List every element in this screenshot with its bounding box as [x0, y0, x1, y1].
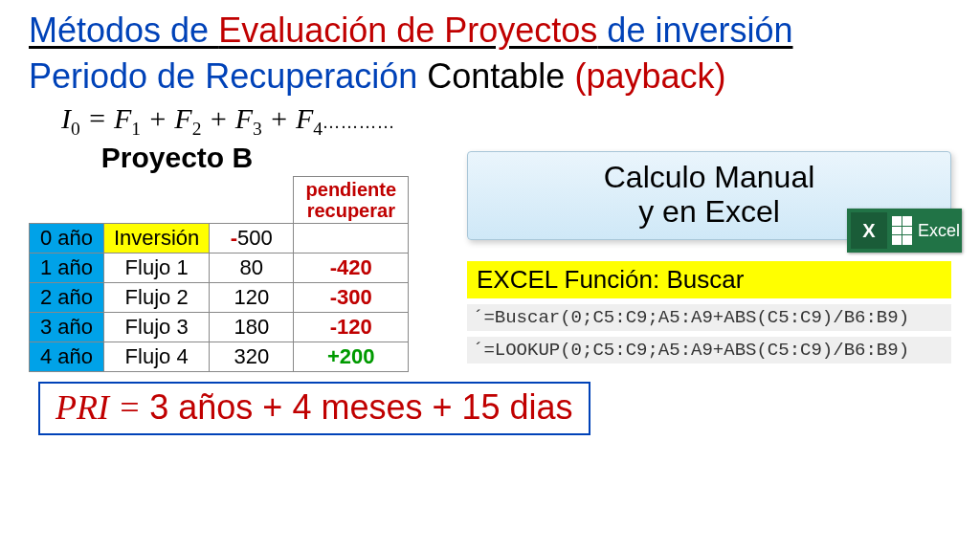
pending-cell	[294, 223, 409, 253]
amount-cell: 120	[210, 282, 294, 312]
amount-cell: 320	[210, 342, 294, 371]
subtitle-part2: Contable	[427, 56, 574, 96]
slide-title: Métodos de Evaluación de Proyectos de in…	[29, 10, 951, 51]
label-cell: Flujo 1	[104, 253, 210, 282]
table-row: 3 año Flujo 3 180 -120	[30, 312, 409, 342]
amount-cell: 80	[210, 253, 294, 282]
title-part1: Métodos de	[29, 11, 218, 50]
pending-cell: -300	[294, 282, 409, 312]
table-row: 4 año Flujo 4 320 +200	[30, 342, 409, 371]
table-row: 2 año Flujo 2 120 -300	[30, 282, 409, 312]
spreadsheet-icon	[891, 216, 912, 245]
year-cell: 4 año	[30, 342, 104, 371]
pending-cell: -420	[294, 253, 409, 282]
label-cell: Inversión	[104, 223, 210, 253]
excel-label: Excel	[918, 221, 960, 241]
year-cell: 2 año	[30, 282, 104, 312]
pri-value: 3 años + 4 meses + 15 dias	[149, 387, 572, 427]
pri-eq: =	[109, 388, 149, 427]
manual-calc-box: Calculo Manual y en Excel X Excel	[467, 151, 951, 241]
excel-x-icon: X	[851, 212, 887, 249]
pending-header: pendiente recuperar	[306, 179, 396, 221]
table-row: 1 año Flujo 1 80 -420	[30, 253, 409, 282]
pri-lhs: PRI	[56, 388, 109, 427]
subtitle-part3: (payback)	[574, 56, 725, 96]
subtitle-part1: Periodo de Recuperación	[29, 56, 427, 96]
table-row: 0 año Inversión -500	[30, 223, 409, 253]
pri-result-box: PRI = 3 años + 4 meses + 15 dias	[38, 382, 590, 435]
year-cell: 1 año	[30, 253, 104, 282]
manual-line1: Calculo Manual	[478, 160, 941, 195]
amount-cell: -500	[210, 223, 294, 253]
slide-subtitle: Periodo de Recuperación Contable (paybac…	[29, 56, 951, 96]
excel-function-box: EXCEL Función: Buscar	[467, 261, 951, 298]
formula-buscar: ´=Buscar(0;C5:C9;A5:A9+ABS(C5:C9)/B6:B9)	[467, 304, 951, 331]
title-part3: de inversión	[597, 11, 792, 50]
table-header: pendiente recuperar	[30, 176, 409, 223]
project-name: Proyecto B	[67, 142, 287, 174]
cashflow-table: pendiente recuperar 0 año Inversión -500…	[29, 176, 409, 372]
amount-cell: 180	[210, 312, 294, 342]
label-cell: Flujo 3	[104, 312, 210, 342]
year-cell: 3 año	[30, 312, 104, 342]
cashflow-equation: I0 = F1 + F2 + F3 + F4…………	[61, 102, 951, 140]
excel-logo: X Excel	[847, 209, 962, 253]
label-cell: Flujo 4	[104, 342, 210, 371]
label-cell: Flujo 2	[104, 282, 210, 312]
formula-lookup: ´=LOOKUP(0;C5:C9;A5:A9+ABS(C5:C9)/B6:B9)	[467, 337, 951, 364]
title-part2: Evaluación de Proyectos	[218, 11, 597, 50]
pending-cell: -120	[294, 312, 409, 342]
year-cell: 0 año	[30, 223, 104, 253]
pending-cell: +200	[294, 342, 409, 371]
